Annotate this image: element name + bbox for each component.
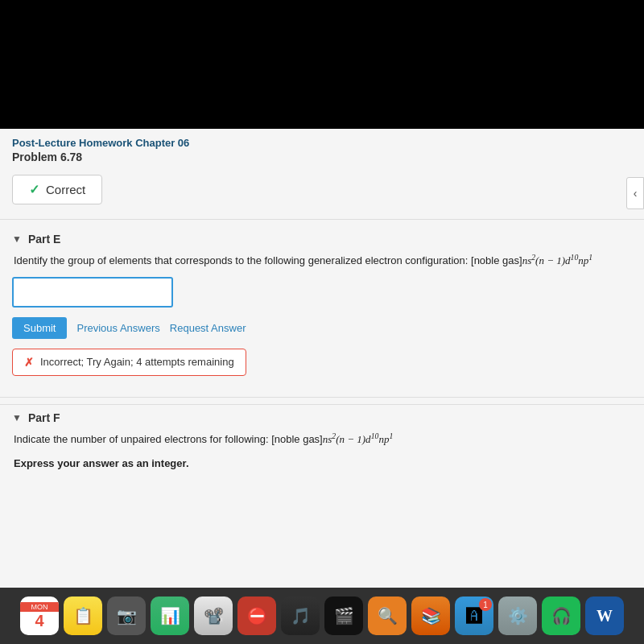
divider-1: [0, 219, 644, 220]
answer-input-box[interactable]: [12, 277, 173, 308]
incorrect-message-box: ✗ Incorrect; Try Again; 4 attempts remai…: [12, 349, 246, 376]
top-black-bar: [0, 0, 644, 129]
dock-appstore[interactable]: 🅰 1: [455, 597, 493, 635]
correct-label: Correct: [46, 183, 85, 196]
dock-numbers[interactable]: 📊: [151, 597, 189, 635]
checkmark-icon: ✓: [29, 182, 39, 197]
part-e-header: ▼ Part E: [12, 233, 632, 246]
page-header: Post-Lecture Homework Chapter 06 Problem…: [0, 129, 644, 167]
part-f-question: Indicate the number of unpaired electron…: [12, 431, 632, 448]
dock-facetime[interactable]: 📷: [107, 597, 146, 635]
part-f-header: ▼ Part F: [12, 411, 632, 424]
dock-word[interactable]: W: [585, 597, 624, 635]
part-e-title: Part E: [28, 233, 60, 246]
problem-number: Problem 6.78: [12, 151, 632, 163]
part-f-instruction: Express your answer as an integer.: [12, 456, 632, 472]
appstore-badge: 1: [479, 598, 492, 611]
dock-calendar[interactable]: MON 4: [20, 597, 59, 635]
part-e-question: Identify the group of elements that corr…: [12, 252, 632, 269]
request-answer-link[interactable]: Request Answer: [170, 322, 246, 334]
dock-spotify[interactable]: 🎧: [542, 597, 580, 635]
divider-2: [0, 397, 644, 398]
right-chevron-button[interactable]: ‹: [626, 177, 644, 209]
dock-music[interactable]: 🎵: [281, 597, 320, 635]
dock-settings[interactable]: ⚙️: [498, 597, 537, 635]
part-f-section: ▼ Part F Indicate the number of unpaired…: [0, 404, 644, 485]
course-title: Post-Lecture Homework Chapter 06: [12, 137, 632, 149]
part-f-title: Part F: [28, 411, 60, 424]
buttons-row: Submit Previous Answers Request Answer: [12, 317, 632, 339]
previous-answers-link[interactable]: Previous Answers: [76, 322, 159, 334]
correct-badge: ✓ Correct: [12, 175, 102, 204]
chevron-icon: ‹: [634, 187, 638, 200]
dock-books[interactable]: 📚: [411, 597, 450, 635]
part-e-formula: ns2(n − 1)d10np1: [522, 254, 593, 266]
incorrect-label: Incorrect; Try Again; 4 attempts remaini…: [40, 356, 234, 368]
dock-stop[interactable]: ⛔: [237, 597, 276, 635]
x-icon: ✗: [24, 356, 34, 369]
content-area: ‹ Post-Lecture Homework Chapter 06 Probl…: [0, 129, 644, 644]
dock-notes[interactable]: 📋: [64, 597, 102, 635]
part-f-arrow-icon[interactable]: ▼: [12, 412, 22, 423]
mac-dock: MON 4 📋 📷 📊 📽️ ⛔ 🎵 🎬: [0, 588, 644, 644]
answer-input-field[interactable]: [19, 286, 167, 298]
dock-keynote[interactable]: 📽️: [194, 597, 233, 635]
part-e-section: ▼ Part E Identify the group of elements …: [0, 226, 644, 390]
part-f-formula: ns2(n − 1)d10np1: [323, 433, 394, 445]
dock-spotlight[interactable]: 🔍: [368, 597, 407, 635]
submit-button[interactable]: Submit: [12, 317, 67, 339]
dock-zoom[interactable]: 🎬: [324, 597, 363, 635]
part-e-arrow-icon[interactable]: ▼: [12, 233, 22, 245]
